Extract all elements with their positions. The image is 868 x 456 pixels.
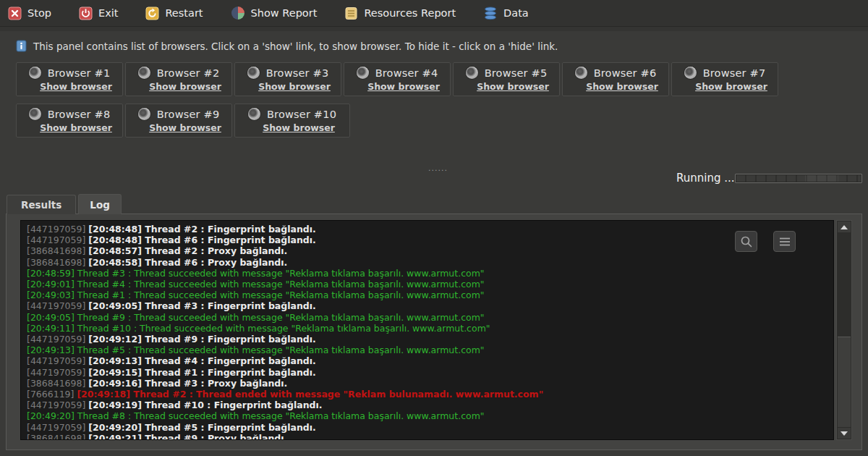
log-line-prefix: [447197059] xyxy=(27,224,88,235)
log-line-message: [20:49:19] Thread #10 : Fingerprint bağl… xyxy=(88,400,322,410)
exit-label: Exit xyxy=(98,7,118,19)
log-line: [20:49:11] Thread #10 : Thread succeeded… xyxy=(27,323,833,334)
show-browser-link[interactable]: Show browser xyxy=(17,81,122,92)
log-line-message: [20:48:59] Thread #3 : Thread succeeded … xyxy=(27,268,485,279)
log-line: [7666119] [20:49:18] Thread #2 : Thread … xyxy=(27,389,833,400)
log-line: [20:49:05] Thread #9 : Thread succeeded … xyxy=(27,312,833,323)
browser-card-header: Browser #10 xyxy=(235,108,349,120)
log-line-message: [20:48:57] Thread #2 : Proxy bağlandı. xyxy=(88,245,287,256)
log-line-prefix: [386841698] xyxy=(27,257,88,268)
show-browser-link[interactable]: Show browser xyxy=(344,81,450,92)
browser-card-label: Browser #2 xyxy=(157,67,220,79)
log-line-message: [20:49:12] Thread #9 : Fingerprint bağla… xyxy=(88,334,316,345)
log-line-message: [20:49:15] Thread #1 : Fingerprint bağla… xyxy=(88,367,316,378)
log-line-prefix: [447197059] xyxy=(27,400,88,410)
browser-card-label: Browser #4 xyxy=(375,67,438,79)
browser-card-label: Browser #1 xyxy=(48,67,111,79)
log-line-message: [20:49:18] Thread #2 : Thread ended with… xyxy=(77,389,543,400)
log-line: [386841698] [20:49:16] Thread #3 : Proxy… xyxy=(27,378,833,389)
log-line: [447197059] [20:49:13] Thread #4 : Finge… xyxy=(27,355,833,366)
log-line: [20:49:03] Thread #1 : Thread succeeded … xyxy=(27,290,833,300)
log-line-prefix: [447197059] xyxy=(27,355,88,366)
log-line: [20:49:01] Thread #4 : Thread succeeded … xyxy=(27,279,833,290)
browser-card-header: Browser #1 xyxy=(17,67,122,79)
browser-cards: Browser #1Show browserBrowser #2Show bro… xyxy=(16,62,855,138)
log-line-message: [20:49:13] Thread #4 : Fingerprint bağla… xyxy=(88,355,316,366)
exit-button[interactable]: Exit xyxy=(79,7,118,20)
restart-label: Restart xyxy=(165,7,203,19)
log-line-message: [20:48:58] Thread #6 : Proxy bağlandı. xyxy=(88,257,287,268)
scroll-up-button[interactable] xyxy=(838,221,851,232)
browser-card: Browser #10Show browser xyxy=(234,104,350,138)
log-line-message: [20:49:20] Thread #8 : Thread succeeded … xyxy=(27,410,485,421)
search-icon xyxy=(740,235,753,248)
scroll-down-icon xyxy=(841,431,848,436)
tab-results[interactable]: Results xyxy=(7,195,76,214)
log-line: [386841698] [20:48:58] Thread #6 : Proxy… xyxy=(27,257,833,268)
log-line-message: [20:49:21] Thread #9 : Proxy bağlandı. xyxy=(88,433,287,440)
show-browser-link[interactable]: Show browser xyxy=(672,81,778,92)
browser-card-header: Browser #5 xyxy=(454,67,559,79)
log-line-prefix: [7666119] xyxy=(27,389,77,400)
stop-icon xyxy=(8,7,22,20)
show-browser-link[interactable]: Show browser xyxy=(235,81,341,92)
browser-card-label: Browser #3 xyxy=(266,67,329,79)
show-report-button[interactable]: Show Report xyxy=(231,6,318,20)
browser-icon xyxy=(248,108,260,120)
resources-report-button[interactable]: Resources Report xyxy=(344,7,456,20)
log-line-prefix: [386841698] xyxy=(27,245,88,256)
scroll-down-button[interactable] xyxy=(838,428,851,439)
show-browser-link[interactable]: Show browser xyxy=(126,122,231,133)
browser-card: Browser #5Show browser xyxy=(453,62,560,96)
log-line-message: [20:49:13] Thread #5 : Thread succeeded … xyxy=(27,345,485,355)
browser-card-header: Browser #8 xyxy=(17,108,122,120)
log-toolbar xyxy=(735,231,796,252)
log-line: [447197059] [20:48:48] Thread #6 : Finge… xyxy=(27,235,833,245)
browser-card-label: Browser #10 xyxy=(267,109,336,120)
browser-card-header: Browser #3 xyxy=(235,67,341,79)
info-icon xyxy=(16,40,27,52)
browser-card: Browser #4Show browser xyxy=(344,62,451,96)
log-line-prefix: [447197059] xyxy=(27,300,88,311)
status-dots: ...... xyxy=(428,164,448,173)
log-line-message: [20:49:01] Thread #4 : Thread succeeded … xyxy=(27,279,485,290)
stop-button[interactable]: Stop xyxy=(8,7,51,20)
log-line-prefix: [447197059] xyxy=(27,235,88,245)
stop-label: Stop xyxy=(27,7,51,19)
show-browser-link[interactable]: Show browser xyxy=(126,81,231,92)
log-line-message: [20:49:05] Thread #9 : Thread succeeded … xyxy=(27,312,485,323)
log-line-prefix: [447197059] xyxy=(27,367,88,378)
database-icon xyxy=(483,7,498,20)
progress-fill xyxy=(736,175,861,182)
data-label: Data xyxy=(503,7,529,19)
browser-card-header: Browser #9 xyxy=(126,108,231,120)
log-line-prefix: [386841698] xyxy=(27,378,88,389)
log-line: [20:49:20] Thread #8 : Thread succeeded … xyxy=(27,410,833,421)
menu-icon xyxy=(778,236,791,248)
show-browser-link[interactable]: Show browser xyxy=(17,122,122,133)
pie-chart-icon xyxy=(231,6,245,20)
restart-button[interactable]: Restart xyxy=(145,7,203,20)
show-browser-link[interactable]: Show browser xyxy=(563,81,668,92)
show-browser-link[interactable]: Show browser xyxy=(235,122,349,133)
browser-card: Browser #1Show browser xyxy=(16,62,123,96)
log-line-message: [20:49:16] Thread #3 : Proxy bağlandı. xyxy=(88,378,287,389)
log-search-button[interactable] xyxy=(735,231,757,252)
log-line-message: [20:49:03] Thread #1 : Thread succeeded … xyxy=(27,290,485,300)
log-scrollbar[interactable] xyxy=(836,220,852,440)
scrollbar-thumb[interactable] xyxy=(838,337,851,427)
log-line-message: [20:49:05] Thread #3 : Fingerprint bağla… xyxy=(88,300,316,311)
log-line-message: [20:49:20] Thread #5 : Fingerprint bağla… xyxy=(88,422,316,433)
log-menu-button[interactable] xyxy=(773,231,796,252)
log-line-message: [20:48:48] Thread #6 : Fingerprint bağla… xyxy=(88,235,316,245)
log-line-prefix: [447197059] xyxy=(27,422,88,433)
log-line: [447197059] [20:49:19] Thread #10 : Fing… xyxy=(27,400,833,410)
browser-card: Browser #6Show browser xyxy=(562,62,669,96)
data-button[interactable]: Data xyxy=(483,7,529,20)
browsers-info-text: This panel contains list of browsers. Cl… xyxy=(33,41,558,52)
browser-icon xyxy=(138,67,150,79)
browser-icon xyxy=(29,108,41,120)
log-line-prefix: [386841698] xyxy=(27,433,88,440)
tab-log[interactable]: Log xyxy=(78,194,122,214)
show-browser-link[interactable]: Show browser xyxy=(454,81,559,92)
